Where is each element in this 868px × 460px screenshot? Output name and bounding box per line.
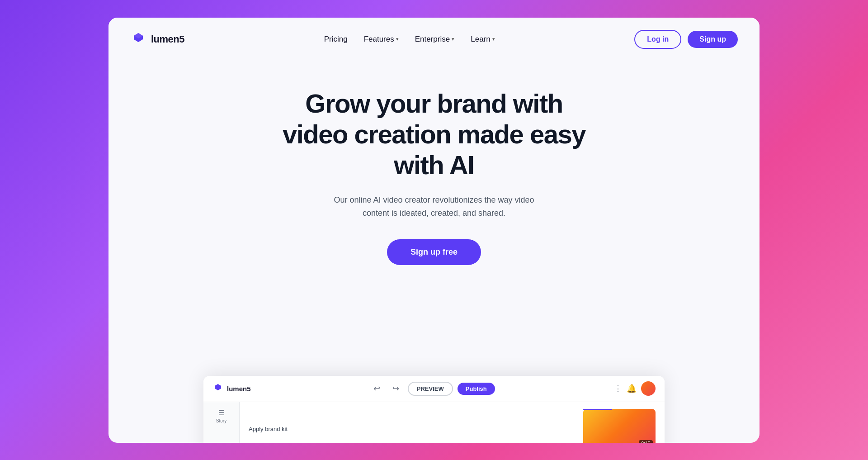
hero-subtitle: Our online AI video creator revolutioniz… (321, 194, 547, 220)
nav-features[interactable]: Features ▾ (364, 35, 399, 44)
redo-button[interactable]: ↪ (389, 381, 403, 396)
app-logo-icon (212, 383, 223, 394)
app-topbar-center: ↩ ↪ PREVIEW Publish (370, 381, 495, 396)
sidebar-story-label: Story (216, 418, 226, 423)
app-sidebar: ☰ Story (203, 402, 240, 443)
hero-section: Grow your brand with video creation made… (108, 61, 760, 443)
time-indicator: 0:15 (639, 440, 653, 443)
learn-chevron-icon: ▾ (492, 36, 495, 42)
avatar[interactable] (641, 381, 656, 396)
app-logo[interactable]: lumen5 (212, 383, 251, 394)
publish-button[interactable]: Publish (458, 383, 495, 395)
hero-title: Grow your brand with video creation made… (271, 88, 597, 181)
progress-bar (583, 409, 612, 410)
nav-links: Pricing Features ▾ Enterprise ▾ Learn ▾ (324, 35, 495, 44)
app-topbar: lumen5 ↩ ↪ PREVIEW Publish ⋮ 🔔 (203, 376, 665, 402)
features-chevron-icon: ▾ (396, 36, 399, 42)
app-preview: lumen5 ↩ ↪ PREVIEW Publish ⋮ 🔔 ☰ (203, 376, 665, 443)
logo[interactable]: lumen5 (130, 31, 184, 47)
undo-button[interactable]: ↩ (370, 381, 384, 396)
app-topbar-right: ⋮ 🔔 (614, 381, 656, 396)
video-thumbnail: 0:15 (583, 409, 656, 443)
more-options-icon[interactable]: ⋮ (614, 384, 622, 394)
login-button[interactable]: Log in (634, 30, 681, 49)
main-card: lumen5 Pricing Features ▾ Enterprise ▾ L… (108, 18, 760, 443)
app-main: Apply brand kit 0:15 (240, 402, 665, 443)
nav-enterprise[interactable]: Enterprise ▾ (415, 35, 454, 44)
sidebar-item-story[interactable]: ☰ Story (216, 408, 226, 423)
apply-brand-label: Apply brand kit (249, 426, 288, 432)
nav-actions: Log in Sign up (634, 30, 738, 49)
logo-text: lumen5 (151, 33, 184, 45)
bell-icon[interactable]: 🔔 (627, 384, 637, 394)
navbar: lumen5 Pricing Features ▾ Enterprise ▾ L… (108, 18, 760, 61)
logo-icon (130, 31, 146, 47)
app-content: ☰ Story Apply brand kit 0:15 (203, 402, 665, 443)
story-icon: ☰ (218, 408, 225, 417)
nav-pricing[interactable]: Pricing (324, 35, 348, 44)
app-logo-text: lumen5 (227, 385, 251, 393)
signup-button[interactable]: Sign up (688, 31, 738, 48)
preview-button[interactable]: PREVIEW (408, 382, 453, 396)
signup-free-button[interactable]: Sign up free (387, 239, 481, 265)
nav-learn[interactable]: Learn ▾ (471, 35, 495, 44)
enterprise-chevron-icon: ▾ (452, 36, 454, 42)
